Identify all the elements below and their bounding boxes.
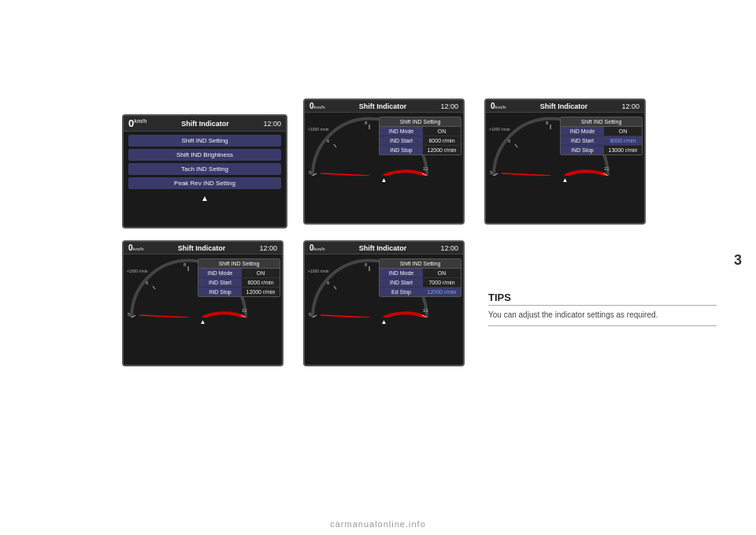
tach4-title: Shift Indicator: [359, 244, 407, 252]
svg-text:11: 11: [604, 166, 610, 171]
tach-screen-1: 0km/h Shift Indicator 12:00 ×1000 r/min …: [303, 98, 465, 225]
tach2-time: 12:00: [621, 102, 639, 110]
svg-line-12: [321, 173, 369, 176]
menu-title: Shift Indicator: [181, 120, 229, 128]
svg-line-40: [334, 286, 336, 289]
svg-line-51: [321, 315, 369, 318]
tach2-header: 0km/h Shift Indicator 12:00: [486, 100, 644, 113]
svg-line-1: [334, 144, 336, 147]
tips-section: TIPS You can adjust the indicator settin…: [488, 292, 717, 326]
tach3-label-2: IND Start: [198, 278, 242, 287]
tach3-label-1: IND Mode: [198, 269, 242, 277]
tach2-value-3: 13000 r/min: [604, 146, 642, 154]
tach3-row-2: IND Start 6000 r/min: [198, 278, 280, 288]
tips-title: TIPS: [488, 292, 717, 306]
tach4-value-2: 7000 r/min: [423, 278, 461, 287]
tach4-row-2: IND Start 7000 r/min: [380, 278, 461, 288]
tach4-label-1: IND Mode: [380, 269, 423, 277]
tach2-value-2: 8000 r/min: [604, 136, 642, 145]
page-number: 3: [734, 252, 742, 269]
tach1-header: 0km/h Shift Indicator 12:00: [305, 100, 463, 113]
tach2-arrow: ▲: [486, 176, 644, 184]
tach4-value-3: 12000 r/min: [423, 288, 461, 296]
tach4-label-2: IND Start: [380, 278, 423, 287]
menu-arrow: ▲: [124, 194, 286, 202]
tach3-arrow: ▲: [124, 318, 282, 326]
svg-text:8: 8: [546, 121, 549, 125]
svg-text:6: 6: [508, 139, 511, 143]
tach4-panel: Shift IND Setting IND Mode ON IND Start …: [379, 258, 461, 297]
tach2-value-1: ON: [604, 127, 642, 136]
tach3-header: 0km/h Shift Indicator 12:00: [124, 242, 282, 254]
tach2-title: Shift Indicator: [540, 102, 588, 110]
menu-list: Shift IND Setting Shift IND Brightness T…: [124, 132, 286, 192]
tach1-speed: 0km/h: [309, 102, 325, 110]
menu-item-1[interactable]: Shift IND Setting: [128, 135, 281, 147]
tach2-row-3: IND Stop 13000 r/min: [561, 146, 642, 154]
tach1-label-2: IND Start: [380, 136, 423, 145]
tach-screen-4: 0km/h Shift Indicator 12:00 ×1000 r/min …: [303, 240, 465, 366]
tach2-speed: 0km/h: [491, 102, 506, 110]
menu-item-4[interactable]: Peak Rev IND Setting: [128, 177, 281, 189]
tach3-panel: Shift IND Setting IND Mode ON IND Start …: [198, 258, 280, 297]
svg-line-14: [515, 144, 517, 147]
svg-text:8: 8: [365, 121, 368, 125]
svg-text:6: 6: [327, 281, 330, 285]
svg-text:8: 8: [365, 262, 368, 267]
tach3-title: Shift Indicator: [178, 244, 226, 252]
tach2-panel-title: Shift IND Setting: [561, 117, 642, 127]
tach1-panel-title: Shift IND Setting: [380, 117, 461, 127]
tach3-value-3: 12000 r/min: [242, 288, 280, 296]
tach4-label-3: Ed Stop: [380, 288, 423, 296]
menu-item-2[interactable]: Shift IND Brightness: [128, 149, 281, 161]
tach2-label-1: IND Mode: [561, 127, 604, 136]
tach1-label-3: IND Stop: [380, 146, 423, 154]
tach1-panel: Shift IND Setting IND Mode ON IND Start …: [379, 117, 461, 155]
tach3-speed: 0km/h: [128, 243, 144, 252]
tach4-header: 0km/h Shift Indicator 12:00: [305, 242, 463, 254]
menu-screen: 0km/h Shift Indicator 12:00 Shift IND Se…: [122, 114, 287, 228]
svg-text:11: 11: [242, 308, 247, 313]
tach2-row-1: IND Mode ON: [561, 127, 642, 136]
tach4-panel-title: Shift IND Setting: [380, 259, 461, 269]
tach3-panel-title: Shift IND Setting: [198, 259, 280, 269]
tach2-label-3: IND Stop: [561, 146, 604, 154]
svg-line-38: [139, 315, 188, 318]
menu-time: 12:00: [263, 120, 281, 128]
tach4-time: 12:00: [440, 244, 458, 252]
tach4-row-1: IND Mode ON: [380, 269, 461, 278]
tach3-row-3: IND Stop 12000 r/min: [198, 288, 280, 296]
tach3-row-1: IND Mode ON: [198, 269, 280, 278]
tach1-row-3: IND Stop 12000 r/min: [380, 146, 461, 154]
tach2-panel: Shift IND Setting IND Mode ON IND Start …: [560, 117, 643, 155]
svg-line-25: [502, 173, 550, 176]
tach1-row-1: IND Mode ON: [380, 127, 461, 136]
tach4-speed: 0km/h: [309, 243, 325, 252]
tach1-value-3: 12000 r/min: [423, 146, 461, 154]
tach4-value-1: ON: [423, 269, 461, 277]
tach-screen-3: 0km/h Shift Indicator 12:00 ×1000 r/min …: [122, 240, 284, 366]
menu-item-3[interactable]: Tach IND Setting: [128, 163, 281, 175]
tach1-row-2: IND Start 6000 r/min: [380, 136, 461, 146]
svg-text:6: 6: [146, 281, 149, 285]
svg-line-27: [153, 286, 155, 289]
tach1-time: 12:00: [440, 102, 458, 110]
tach3-value-1: ON: [242, 269, 280, 277]
menu-screen-header: 0km/h Shift Indicator 12:00: [124, 116, 286, 132]
tach1-title: Shift Indicator: [359, 102, 407, 110]
svg-text:8: 8: [183, 262, 187, 267]
svg-text:11: 11: [423, 308, 428, 313]
tips-separator: [488, 325, 717, 326]
menu-speed: 0km/h: [128, 117, 147, 129]
tach-screen-2: 0km/h Shift Indicator 12:00 ×1000 r/min …: [484, 98, 646, 225]
tach4-arrow: ▲: [305, 318, 463, 326]
tach1-value-2: 6000 r/min: [423, 136, 461, 145]
tips-text: You can adjust the indicator settings as…: [488, 309, 717, 321]
watermark: carmanualonline.info: [0, 519, 756, 529]
tach4-row-3: Ed Stop 12000 r/min: [380, 288, 461, 296]
tach3-label-3: IND Stop: [198, 288, 242, 296]
tach1-label-1: IND Mode: [380, 127, 423, 136]
tach3-value-2: 6000 r/min: [242, 278, 280, 287]
svg-text:11: 11: [423, 166, 428, 171]
tach2-row-2: IND Start 8000 r/min: [561, 136, 642, 146]
